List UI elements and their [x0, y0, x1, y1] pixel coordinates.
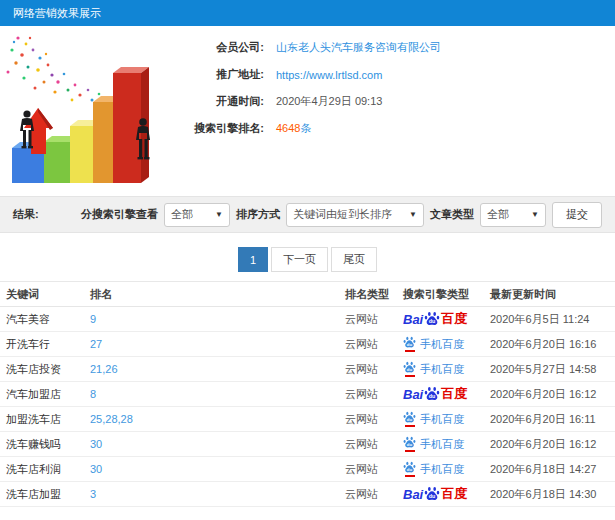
- baidu-paw-icon: du: [403, 361, 416, 374]
- table-row: 洗车店投资 21,26 云网站 du 手机百度 2020年5月27日 14:58: [0, 357, 615, 382]
- article-type-select[interactable]: 全部 ▼: [480, 203, 546, 227]
- red-underline: [405, 350, 415, 352]
- rank-type-cell: 云网站: [345, 432, 403, 457]
- member-info-panel: 会员公司: 山东老人头汽车服务咨询有限公司 推广地址: https://www.…: [178, 34, 608, 142]
- engine-cell: Bai du 百度: [403, 382, 490, 407]
- svg-text:du: du: [407, 442, 413, 447]
- header-rank-type: 排名类型: [345, 282, 403, 307]
- rank-cell: 27: [90, 332, 345, 357]
- svg-text:du: du: [407, 417, 413, 422]
- rank-link[interactable]: 21,26: [90, 363, 118, 375]
- table-row: 开洗车行 27 云网站 du 手机百度 2020年6月20日 16:16: [0, 332, 615, 357]
- keyword-cell: 洗车店利润: [0, 457, 90, 482]
- red-underline: [405, 425, 415, 427]
- rank-link[interactable]: 25,28,28: [90, 413, 133, 425]
- header-rank: 排名: [90, 282, 345, 307]
- baidu-paw-icon: du: [403, 461, 416, 474]
- submit-button[interactable]: 提交: [552, 202, 602, 228]
- rank-type-cell: 云网站: [345, 307, 403, 332]
- page-current[interactable]: 1: [238, 247, 268, 272]
- open-time-label: 开通时间:: [178, 94, 264, 109]
- rank-cell: 3: [90, 482, 345, 507]
- updated-cell: 2020年6月20日 16:12: [490, 382, 615, 407]
- confetti-dots: [7, 36, 101, 101]
- article-type-label: 文章类型: [430, 207, 474, 222]
- mobile-baidu-logo: du 手机百度: [403, 411, 464, 427]
- header-keyword: 关键词: [0, 282, 90, 307]
- chevron-down-icon: ▼: [531, 210, 539, 219]
- engine-cell: du 手机百度: [403, 432, 490, 457]
- rank-link[interactable]: 27: [90, 338, 102, 350]
- baidu-logo: Bai du 百度: [403, 485, 467, 503]
- header-engine-type: 搜索引擎类型: [403, 282, 490, 307]
- article-type-value: 全部: [487, 207, 509, 222]
- baidu-paw-icon: du: [424, 486, 440, 502]
- sort-label: 排序方式: [236, 207, 280, 222]
- updated-cell: 2020年6月20日 16:16: [490, 332, 615, 357]
- rank-link[interactable]: 30: [90, 463, 102, 475]
- rank-link[interactable]: 9: [90, 313, 96, 325]
- table-header-row: 关键词 排名 排名类型 搜索引擎类型 最新更新时间: [0, 282, 615, 307]
- rank-link[interactable]: 8: [90, 388, 96, 400]
- engine-cell: du 手机百度: [403, 357, 490, 382]
- svg-text:du: du: [407, 342, 413, 347]
- rank-link[interactable]: 30: [90, 438, 102, 450]
- mobile-baidu-logo: du 手机百度: [403, 461, 464, 477]
- svg-text:du: du: [407, 467, 413, 472]
- keyword-cell: 汽车加盟店: [0, 382, 90, 407]
- ranking-count-number: 4648: [276, 122, 300, 134]
- chevron-down-icon: ▼: [215, 210, 223, 219]
- keyword-cell: 洗车店加盟: [0, 482, 90, 507]
- keyword-cell: 加盟洗车店: [0, 407, 90, 432]
- results-table-section: 关键词 排名 排名类型 搜索引擎类型 最新更新时间 汽车美容 9 云网站 Bai…: [0, 281, 615, 507]
- engine-cell: Bai du 百度: [403, 482, 490, 507]
- rank-cell: 30: [90, 432, 345, 457]
- svg-text:du: du: [429, 318, 436, 324]
- updated-cell: 2020年5月27日 14:58: [490, 357, 615, 382]
- pagination: 1 下一页 尾页: [0, 247, 615, 272]
- engine-cell: du 手机百度: [403, 332, 490, 357]
- svg-text:du: du: [429, 493, 436, 499]
- rank-link[interactable]: 3: [90, 488, 96, 500]
- table-row: 洗车店加盟 3 云网站 Bai du 百度 2020年6月18日 14:30: [0, 482, 615, 507]
- chevron-down-icon: ▼: [409, 210, 417, 219]
- filter-controls: 分搜索引擎查看 全部 ▼ 排序方式 关键词由短到长排序 ▼ 文章类型 全部 ▼ …: [81, 202, 602, 228]
- updated-cell: 2020年6月20日 16:12: [490, 432, 615, 457]
- engine-cell: Bai du 百度: [403, 307, 490, 332]
- promo-url-link[interactable]: https://www.lrtlsd.com: [276, 69, 382, 81]
- promo-url-label: 推广地址:: [178, 67, 264, 82]
- top-title-bar: 网络营销效果展示: [0, 0, 615, 26]
- page-next-button[interactable]: 下一页: [271, 247, 328, 272]
- ranking-count-label: 搜索引擎排名:: [178, 121, 264, 136]
- rank-type-cell: 云网站: [345, 382, 403, 407]
- table-row: 汽车美容 9 云网站 Bai du 百度 2020年6月5日 11:24: [0, 307, 615, 332]
- mobile-baidu-logo: du 手机百度: [403, 361, 464, 377]
- table-row: 汽车加盟店 8 云网站 Bai du 百度 2020年6月20日 16:12: [0, 382, 615, 407]
- rank-cell: 9: [90, 307, 345, 332]
- rank-cell: 25,28,28: [90, 407, 345, 432]
- sort-select[interactable]: 关键词由短到长排序 ▼: [286, 203, 424, 227]
- rank-type-cell: 云网站: [345, 357, 403, 382]
- engine-filter-label: 分搜索引擎查看: [81, 207, 158, 222]
- ranking-count-suffix: 条: [300, 122, 311, 134]
- baidu-paw-icon: du: [424, 311, 440, 327]
- rank-cell: 21,26: [90, 357, 345, 382]
- baidu-paw-icon: du: [403, 436, 416, 449]
- engine-filter-select[interactable]: 全部 ▼: [164, 203, 230, 227]
- baidu-paw-icon: du: [403, 411, 416, 424]
- keyword-cell: 洗车赚钱吗: [0, 432, 90, 457]
- updated-cell: 2020年6月5日 11:24: [490, 307, 615, 332]
- page-last-button[interactable]: 尾页: [331, 247, 377, 272]
- baidu-logo: Bai du 百度: [403, 310, 467, 328]
- mobile-baidu-logo: du 手机百度: [403, 336, 464, 352]
- info-row-url: 推广地址: https://www.lrtlsd.com: [178, 61, 608, 88]
- rank-type-cell: 云网站: [345, 332, 403, 357]
- keyword-cell: 开洗车行: [0, 332, 90, 357]
- engine-cell: du 手机百度: [403, 457, 490, 482]
- baidu-paw-icon: du: [403, 336, 416, 349]
- keyword-cell: 洗车店投资: [0, 357, 90, 382]
- updated-cell: 2020年6月18日 14:30: [490, 482, 615, 507]
- company-link[interactable]: 山东老人头汽车服务咨询有限公司: [276, 40, 441, 55]
- red-underline: [405, 375, 415, 377]
- filter-band: 结果: 分搜索引擎查看 全部 ▼ 排序方式 关键词由短到长排序 ▼ 文章类型 全…: [0, 196, 615, 233]
